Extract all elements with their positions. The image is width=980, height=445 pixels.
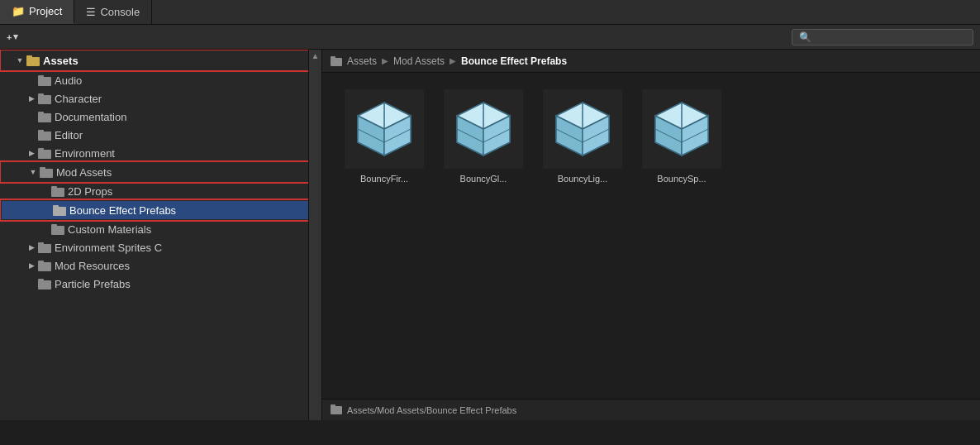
- sidebar-item-mod-resources-label: Mod Resources: [55, 260, 130, 272]
- svg-rect-22: [38, 262, 51, 271]
- arrow-assets: [15, 55, 25, 65]
- svg-rect-1: [26, 55, 32, 58]
- asset-label-bouncy-fire: BouncyFir...: [360, 174, 408, 184]
- sidebar-item-environment[interactable]: Environment: [0, 144, 321, 162]
- main-layout: Assets Audio Character: [0, 50, 980, 420]
- folder-documentation-icon: [38, 111, 51, 122]
- svg-rect-2: [38, 77, 51, 86]
- breadcrumb-sep-1: ▶: [382, 56, 388, 65]
- svg-rect-57: [331, 406, 342, 414]
- folder-environment-icon: [38, 147, 51, 159]
- folder-editor-icon: [38, 129, 51, 141]
- svg-rect-0: [26, 57, 40, 66]
- sidebar-item-env-sprites-c[interactable]: Environment Sprites C: [0, 238, 321, 256]
- tab-bar: 📁 Project ☰ Console: [0, 0, 980, 25]
- sidebar-item-2d-props-label: 2D Props: [68, 185, 112, 198]
- folder-particle-prefabs-icon: [38, 278, 51, 289]
- asset-thumb-bouncy-sp: [642, 89, 721, 169]
- asset-label-bouncy-sp: BouncySp...: [657, 174, 706, 184]
- svg-rect-27: [331, 56, 335, 59]
- sidebar-item-assets-label: Assets: [43, 55, 78, 67]
- breadcrumb-mod-assets[interactable]: Mod Assets: [393, 55, 445, 67]
- asset-thumb-bouncy-gl: [444, 89, 523, 169]
- sidebar-item-particle-prefabs-label: Particle Prefabs: [55, 278, 131, 290]
- folder-2d-props-icon: [51, 185, 64, 197]
- svg-rect-18: [51, 226, 64, 235]
- svg-rect-7: [38, 112, 44, 114]
- tab-project[interactable]: 📁 Project: [0, 0, 74, 24]
- breadcrumb: Assets ▶ Mod Assets ▶ Bounce Effect Pref…: [322, 50, 980, 73]
- asset-grid: BouncyFir... BouncyGl...: [322, 73, 980, 399]
- svg-rect-19: [51, 224, 57, 227]
- status-path: Assets/Mod Assets/Bounce Effect Prefabs: [347, 405, 516, 415]
- svg-rect-12: [40, 169, 53, 178]
- sidebar-item-custom-materials[interactable]: Custom Materials: [0, 220, 321, 238]
- svg-rect-26: [331, 58, 342, 66]
- sidebar: Assets Audio Character: [0, 50, 322, 420]
- sidebar-item-editor[interactable]: Editor: [0, 126, 321, 144]
- add-button[interactable]: + ▾: [7, 31, 18, 42]
- svg-rect-6: [38, 113, 51, 122]
- folder-bounce-icon: [53, 204, 66, 216]
- tab-console[interactable]: ☰ Console: [74, 0, 152, 24]
- svg-rect-13: [40, 167, 45, 170]
- svg-rect-21: [38, 242, 44, 245]
- sidebar-item-mod-resources[interactable]: Mod Resources: [0, 256, 321, 275]
- search-container: 🔍: [792, 29, 973, 45]
- breadcrumb-assets[interactable]: Assets: [347, 55, 377, 67]
- breadcrumb-bounce-effect-prefabs[interactable]: Bounce Effect Prefabs: [461, 55, 567, 67]
- arrow-env-sprites-c: [26, 242, 36, 252]
- asset-item-bouncy-fire[interactable]: BouncyFir...: [339, 89, 430, 184]
- sidebar-item-mod-assets[interactable]: Mod Assets: [2, 163, 320, 181]
- asset-item-bouncy-sp[interactable]: BouncySp...: [636, 89, 727, 184]
- arrow-mod-assets: [28, 167, 38, 177]
- search-input[interactable]: [815, 31, 966, 43]
- breadcrumb-sep-2: ▶: [450, 56, 456, 65]
- folder-tab-icon: 📁: [12, 5, 25, 17]
- svg-rect-4: [38, 95, 51, 104]
- folder-mod-resources-icon: [38, 260, 51, 271]
- sidebar-item-2d-props[interactable]: 2D Props: [0, 182, 321, 200]
- asset-label-bouncy-gl: BouncyGl...: [460, 174, 507, 184]
- status-folder-icon: [331, 404, 342, 416]
- toolbar: + ▾ 🔍: [0, 25, 980, 50]
- asset-label-bouncy-lig: BouncyLig...: [558, 174, 608, 184]
- asset-item-bouncy-gl[interactable]: BouncyGl...: [438, 89, 529, 184]
- svg-rect-15: [51, 186, 57, 189]
- svg-rect-25: [38, 279, 44, 281]
- svg-rect-10: [38, 150, 51, 159]
- asset-item-bouncy-lig[interactable]: BouncyLig...: [537, 89, 628, 184]
- sidebar-item-custom-materials-label: Custom Materials: [68, 223, 151, 236]
- arrow-mod-resources: [26, 261, 36, 270]
- scroll-indicator[interactable]: ▲: [308, 50, 321, 420]
- console-tab-icon: ☰: [86, 6, 96, 18]
- arrow-character: [26, 93, 36, 103]
- asset-thumb-bouncy-lig: [543, 89, 622, 169]
- svg-rect-20: [38, 244, 51, 253]
- svg-rect-24: [38, 280, 51, 289]
- add-arrow-icon: ▾: [13, 31, 18, 42]
- sidebar-item-documentation[interactable]: Documentation: [0, 108, 321, 126]
- svg-rect-17: [53, 205, 59, 208]
- folder-mod-assets-icon: [40, 166, 53, 178]
- add-plus-icon: +: [7, 32, 12, 42]
- status-bar: Assets/Mod Assets/Bounce Effect Prefabs: [322, 399, 980, 420]
- folder-audio-icon: [38, 74, 51, 86]
- sidebar-item-documentation-label: Documentation: [55, 111, 126, 123]
- folder-assets-icon: [26, 55, 40, 66]
- sidebar-item-bounce-effect-prefabs[interactable]: Bounce Effect Prefabs: [2, 201, 320, 219]
- sidebar-item-character[interactable]: Character: [0, 89, 321, 108]
- sidebar-item-assets[interactable]: Assets: [2, 51, 320, 69]
- right-panel: Assets ▶ Mod Assets ▶ Bounce Effect Pref…: [322, 50, 980, 420]
- sidebar-item-environment-label: Environment: [55, 147, 115, 160]
- svg-rect-23: [38, 261, 44, 263]
- tab-console-label: Console: [100, 6, 140, 18]
- svg-rect-16: [53, 207, 66, 216]
- svg-rect-8: [38, 132, 51, 141]
- asset-thumb-bouncy-fire: [345, 89, 424, 169]
- sidebar-item-character-label: Character: [55, 93, 102, 105]
- folder-env-sprites-c-icon: [38, 242, 51, 253]
- sidebar-item-audio[interactable]: Audio: [0, 71, 321, 89]
- sidebar-item-particle-prefabs[interactable]: Particle Prefabs: [0, 275, 321, 293]
- svg-rect-9: [38, 130, 44, 132]
